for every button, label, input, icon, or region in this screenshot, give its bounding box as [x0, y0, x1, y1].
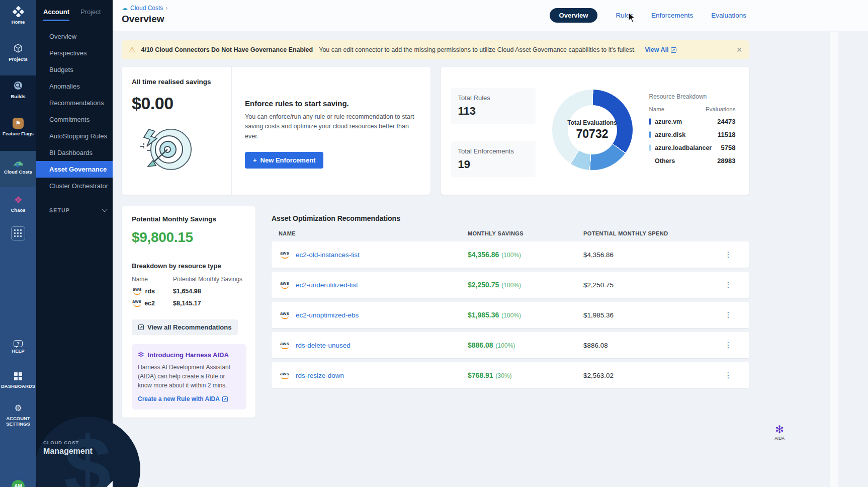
legend-name: azure.vm — [655, 118, 682, 125]
external-link-icon: ↗ — [138, 324, 144, 330]
apps-grid-icon[interactable] — [11, 226, 25, 240]
rail-label-chaos: Chaos — [0, 208, 36, 213]
monthly-savings-value: $886.08 — [468, 341, 493, 349]
sidebar-footer: CLOUD COST Management — [43, 440, 93, 456]
sidebar-scope-tabs: Account Project — [36, 0, 113, 21]
tab-evaluations[interactable]: Evaluations — [711, 12, 746, 19]
sidebar-item-autostopping-rules[interactable]: AutoStopping Rules — [36, 128, 113, 144]
plus-icon: + — [253, 156, 257, 164]
legend-chip — [649, 118, 651, 125]
new-enforcement-button[interactable]: + New Enforcement — [245, 152, 323, 169]
aida-title: Introducing Harness AIDA — [148, 351, 229, 359]
table-row: awsec2-underutilized-list $2,250.75(100%… — [272, 272, 749, 298]
main-area: ☁ Cloud Costs › Overview Overview Rules … — [113, 0, 868, 487]
breakdown-row: awsrds $1,654.98 — [132, 287, 246, 295]
table-row: awsrds-resize-down $768.91(30%) $2,563.0… — [272, 362, 749, 388]
sidebar-setup-toggle[interactable]: SETUP — [36, 203, 113, 217]
sidebar-item-commitments[interactable]: Commitments — [36, 111, 113, 128]
recommendation-link[interactable]: ec2-unoptimized-ebs — [296, 311, 359, 319]
harness-logo-icon — [0, 6, 36, 18]
module-name-line2: Management — [43, 447, 93, 456]
legend-value: 24473 — [717, 118, 735, 125]
cloud-costs-icon: ☁ — [122, 5, 128, 12]
savings-percent: (100%) — [501, 312, 521, 319]
breadcrumb-separator: › — [165, 5, 167, 12]
recommendation-link[interactable]: ec2-underutilized-list — [296, 281, 358, 289]
realised-savings-left: All time realised savings $0.00 — [122, 67, 232, 195]
aida-fab[interactable]: ✻ AIDA — [774, 425, 785, 441]
realised-savings-card: All time realised savings $0.00 — [122, 67, 430, 195]
recommendation-link[interactable]: rds-resize-down — [296, 372, 344, 379]
tab-enforcements[interactable]: Enforcements — [651, 12, 693, 19]
aws-icon: aws — [279, 342, 291, 349]
sidebar-item-overview[interactable]: Overview — [36, 28, 113, 45]
tab-rules[interactable]: Rules — [616, 12, 633, 19]
legend-name: Others — [655, 157, 675, 165]
tab-overview[interactable]: Overview — [550, 8, 598, 23]
cube-icon — [0, 43, 36, 55]
breakdown-col-name: Name — [132, 276, 155, 283]
rail-item-builds[interactable]: Builds — [0, 80, 36, 100]
rail-item-cloud-costs[interactable]: ☁$ Cloud Costs — [0, 156, 36, 175]
rail-item-home[interactable]: Home — [0, 6, 36, 25]
realised-savings-label: All time realised savings — [132, 78, 231, 86]
sidebar-item-cluster-orchestrator[interactable]: Cluster Orchestrator — [36, 178, 113, 194]
dashboards-icon — [0, 370, 36, 382]
monthly-savings-value: $1,985.36 — [468, 311, 499, 319]
savings-percent: (100%) — [501, 252, 521, 259]
potential-savings-title: Potential Monthly Savings — [132, 215, 246, 223]
sidebar-item-asset-governance[interactable]: Asset Governance — [36, 161, 113, 178]
legend-col-name: Name — [649, 106, 665, 112]
tab-account[interactable]: Account — [43, 8, 69, 21]
asset-optimization-recommendations: Asset Optimization Recommendations NAME … — [272, 206, 749, 392]
module-rail: Home Projects Builds ⚑ Feature Flags ☁$ … — [0, 0, 36, 487]
kebab-menu-icon[interactable]: ⋮ — [709, 341, 748, 350]
view-all-link[interactable]: View All ↗ — [645, 46, 676, 53]
aws-icon: aws — [279, 251, 291, 259]
legend-row: azure.vm 24473 — [649, 118, 736, 125]
sidebar-item-perspectives[interactable]: Perspectives — [36, 45, 113, 61]
rail-item-dashboards[interactable]: DASHBOARDS — [0, 370, 36, 389]
resource-breakdown-legend: Resource Breakdown Name Evaluations azur… — [649, 93, 736, 165]
aida-promo-panel: ✻ Introducing Harness AIDA Harness AI De… — [132, 344, 246, 410]
module-name-line1: CLOUD COST — [43, 440, 93, 445]
kebab-menu-icon[interactable]: ⋮ — [709, 371, 748, 380]
kebab-menu-icon[interactable]: ⋮ — [709, 250, 748, 259]
rail-item-feature-flags[interactable]: ⚑ Feature Flags — [0, 118, 36, 137]
kebab-menu-icon[interactable]: ⋮ — [709, 280, 748, 289]
legend-title: Resource Breakdown — [649, 93, 736, 100]
legend-value: 28983 — [717, 157, 735, 165]
sidebar-item-bi-dashboards[interactable]: BI Dashboards — [36, 144, 113, 161]
rail-item-chaos[interactable]: ❖ Chaos — [0, 194, 36, 213]
potential-savings-value: $9,800.15 — [132, 229, 246, 246]
resource-name: ec2 — [144, 300, 155, 307]
rail-item-help[interactable]: ? HELP — [0, 338, 36, 354]
sidebar-collapse-handle[interactable] — [107, 481, 113, 487]
target-illustration — [136, 120, 231, 175]
potential-monthly-spend-value: $2,250.75 — [583, 281, 709, 289]
create-rule-with-aida-link[interactable]: Create a new Rule with AIDA ↗ — [138, 395, 240, 402]
kebab-menu-icon[interactable]: ⋮ — [709, 310, 748, 319]
sidebar-item-recommendations[interactable]: Recommendations — [36, 95, 113, 111]
app-window: Home Projects Builds ⚑ Feature Flags ☁$ … — [0, 0, 868, 487]
aida-fab-label: AIDA — [774, 436, 785, 441]
legend-row: azure.disk 11518 — [649, 131, 736, 138]
sidebar-item-budgets[interactable]: Budgets — [36, 61, 113, 78]
potential-savings-card: Potential Monthly Savings $9,800.15 Brea… — [122, 206, 255, 418]
aida-flower-icon: ✻ — [774, 425, 785, 435]
rail-item-projects[interactable]: Projects — [0, 43, 36, 62]
breadcrumb-cloud-costs[interactable]: Cloud Costs — [130, 5, 163, 12]
recommendation-link[interactable]: ec2-old-instances-list — [296, 251, 360, 259]
legend-value: 5758 — [721, 144, 736, 151]
flag-icon: ⚑ — [0, 118, 36, 130]
view-all-recommendations-button[interactable]: ↗ View all Recommendations — [132, 319, 238, 335]
tab-project[interactable]: Project — [80, 8, 101, 21]
savings-percent: (100%) — [501, 282, 521, 289]
aws-icon: aws — [279, 281, 291, 289]
rail-item-account-settings[interactable]: ⚙ ACCOUNT SETTINGS — [0, 402, 36, 427]
scrollbar-track[interactable] — [829, 32, 838, 487]
rail-label-dashboards: DASHBOARDS — [0, 384, 36, 389]
recommendation-link[interactable]: rds-delete-unused — [296, 342, 351, 349]
sidebar-item-anomalies[interactable]: Anomalies — [36, 78, 113, 95]
close-icon[interactable]: ✕ — [736, 46, 742, 54]
